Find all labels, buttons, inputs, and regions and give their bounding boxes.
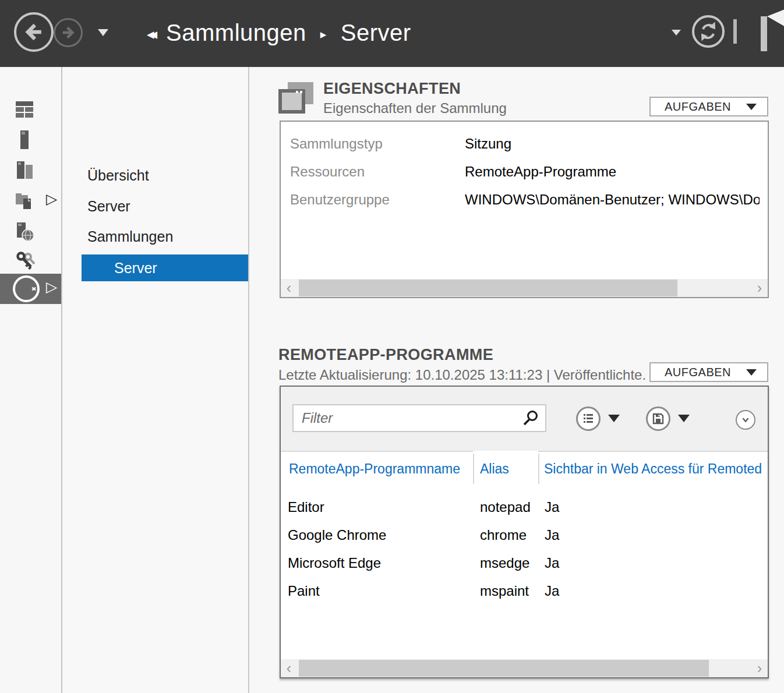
refresh-icon — [697, 20, 720, 43]
nav-item-server-selected[interactable]: Server — [82, 254, 248, 281]
cell-alias: msedge — [480, 555, 529, 571]
filter-field[interactable] — [292, 404, 546, 432]
list-view-button[interactable] — [576, 406, 601, 431]
save-query-button[interactable] — [646, 406, 670, 431]
properties-section-title: EIGENSCHAFTEN — [323, 80, 461, 98]
cell-web-access: Ja — [545, 527, 559, 543]
column-separator[interactable] — [473, 454, 474, 484]
cell-web-access: Ja — [545, 583, 559, 599]
remote-desktop-services-icon — [13, 275, 40, 302]
server-manager-icon-sidebar: ▷ ▷ — [0, 67, 62, 693]
property-label: Sammlungstyp — [290, 136, 465, 152]
cell-program-name: Paint — [288, 583, 320, 599]
sidebar-item-dashboard[interactable] — [0, 97, 61, 122]
chevron-right-icon: ▸ — [320, 24, 327, 41]
property-value: RemoteApp-Programme — [465, 164, 760, 180]
column-header-web-access[interactable]: Sichtbar in Web Access für Remoted — [544, 461, 762, 477]
cell-program-name: Google Chrome — [288, 527, 386, 543]
web-server-globe-icon — [15, 222, 35, 242]
sidebar-item-remote-desktop-services[interactable]: ▷ — [0, 274, 61, 304]
cell-program-name: Microsoft Edge — [288, 555, 381, 571]
rds-nav-panel: Übersicht Server Sammlungen Server — [63, 67, 249, 693]
save-query-dropdown-icon[interactable] — [678, 415, 690, 422]
cell-alias: chrome — [480, 527, 527, 543]
filter-input[interactable] — [294, 410, 522, 426]
properties-tasks-button[interactable]: AUFGABEN — [649, 97, 768, 116]
file-storage-icon — [15, 192, 34, 210]
all-servers-icon — [15, 161, 34, 180]
column-header-programmname[interactable]: RemoteApp-Programmname — [289, 461, 460, 477]
history-dropdown-icon[interactable] — [98, 29, 108, 36]
forward-button[interactable] — [54, 18, 83, 47]
top-navigation-bar: ◂◂ Sammlungen ▸ Server — [0, 0, 784, 67]
property-value: WINDOWS\Domänen-Benutzer; WINDOWS\Dom — [465, 192, 760, 208]
scrollbar-thumb[interactable] — [299, 280, 677, 296]
back-arrow-icon — [21, 19, 47, 45]
sidebar-item-file-and-storage-services[interactable]: ▷ — [0, 188, 61, 214]
collapse-panel-button[interactable] — [736, 410, 755, 430]
properties-panel: Sammlungstyp Sitzung Ressourcen RemoteAp… — [280, 121, 769, 298]
remoteapps-section-title: REMOTEAPP-PROGRAMME — [278, 346, 493, 364]
properties-windows-icon — [278, 82, 315, 115]
nav-item-server[interactable]: Server — [87, 198, 130, 215]
save-icon — [652, 412, 665, 425]
column-separator[interactable] — [538, 454, 539, 484]
properties-section-subtitle: Eigenschaften der Sammlung — [323, 100, 507, 116]
chevron-down-icon — [740, 415, 751, 425]
refresh-button[interactable] — [692, 15, 725, 48]
breadcrumb: ◂◂ Sammlungen ▸ Server — [147, 0, 411, 65]
remoteapps-toolbar — [281, 387, 768, 452]
forward-arrow-icon — [59, 23, 77, 42]
remoteapps-horizontal-scrollbar[interactable]: ‹ › — [281, 659, 768, 677]
property-row: Ressourcen RemoteApp-Programme — [290, 158, 760, 186]
list-icon — [582, 412, 595, 425]
expand-arrow-icon[interactable]: ▷ — [46, 278, 57, 295]
nav-item-sammlungen[interactable]: Sammlungen — [87, 228, 173, 245]
property-value: Sitzung — [465, 136, 760, 152]
cell-alias: mspaint — [480, 583, 529, 599]
scroll-left-icon[interactable]: ‹ — [281, 659, 297, 677]
remoteapps-section-subtitle: Letzte Aktualisierung: 10.10.2025 13:11:… — [278, 367, 647, 383]
property-row: Benutzergruppe WINDOWS\Domänen-Benutzer;… — [290, 186, 760, 214]
expand-arrow-icon[interactable]: ▷ — [46, 190, 57, 207]
search-icon[interactable] — [522, 409, 539, 427]
properties-tasks-label: AUFGABEN — [665, 100, 731, 114]
toolbar-separator — [733, 19, 737, 44]
back-button[interactable] — [14, 12, 54, 52]
remoteapps-panel: RemoteApp-Programmname Alias Sichtbar in… — [280, 386, 769, 678]
cell-web-access: Ja — [545, 555, 559, 571]
cell-alias: notepad — [480, 499, 531, 515]
scroll-right-icon[interactable]: › — [751, 279, 768, 297]
sidebar-item-web-server[interactable] — [0, 219, 61, 245]
cell-web-access: Ja — [545, 499, 559, 515]
property-label: Ressourcen — [290, 164, 465, 180]
nav-item-uebersicht[interactable]: Übersicht — [87, 167, 149, 184]
remoteapps-tasks-label: AUFGABEN — [665, 366, 731, 379]
notification-flag-icon — [761, 8, 784, 31]
property-label: Benutzergruppe — [290, 192, 465, 208]
chevron-down-icon — [746, 369, 757, 376]
sidebar-item-local-server[interactable] — [0, 127, 61, 153]
breadcrumb-item-sammlungen[interactable]: Sammlungen — [166, 20, 306, 46]
chevron-down-icon — [746, 104, 757, 110]
property-row: Sammlungstyp Sitzung — [290, 130, 760, 158]
notifications-flag-button[interactable] — [761, 8, 784, 52]
list-view-dropdown-icon[interactable] — [608, 415, 620, 422]
remoteapps-tasks-button[interactable]: AUFGABEN — [649, 362, 768, 382]
manage-dropdown-icon[interactable] — [672, 30, 681, 36]
sidebar-item-all-servers[interactable] — [0, 158, 61, 183]
breadcrumb-item-server[interactable]: Server — [341, 20, 411, 46]
breadcrumb-back-icon[interactable]: ◂◂ — [147, 23, 153, 43]
local-server-icon — [15, 130, 34, 150]
scroll-left-icon[interactable]: ‹ — [281, 279, 297, 297]
scrollbar-thumb[interactable] — [299, 660, 709, 677]
keys-icon — [15, 250, 36, 271]
dashboard-icon — [15, 100, 34, 119]
column-header-alias[interactable]: Alias — [480, 461, 509, 477]
sorted-column-highlight — [473, 451, 538, 452]
cell-program-name: Editor — [288, 499, 324, 515]
scroll-right-icon[interactable]: › — [751, 659, 768, 677]
sidebar-item-keys[interactable] — [0, 248, 61, 274]
main-content: EIGENSCHAFTEN Eigenschaften der Sammlung… — [250, 67, 784, 693]
properties-horizontal-scrollbar[interactable]: ‹ › — [281, 279, 768, 297]
